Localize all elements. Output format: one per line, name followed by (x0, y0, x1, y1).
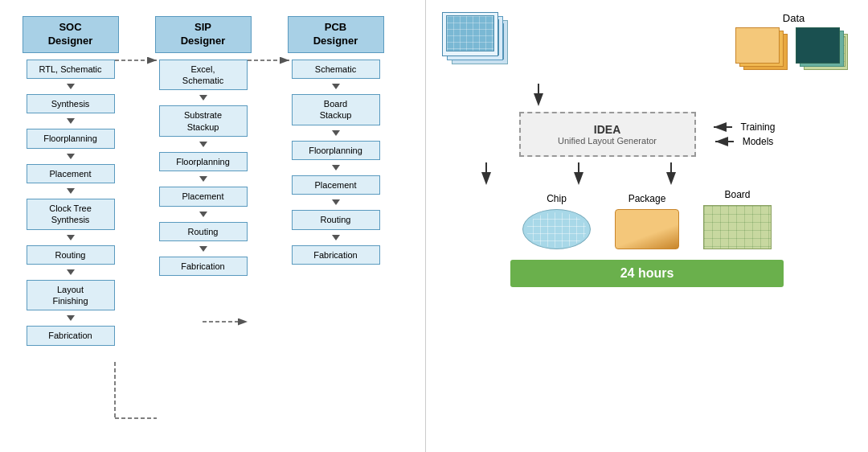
sip-step-placement: Placement (159, 187, 248, 206)
training-row: Training (712, 121, 776, 133)
arrow-down-icon (67, 269, 75, 275)
arrow-down-icon (67, 235, 75, 240)
arrow-down-icon (332, 165, 340, 171)
board-label: Board (724, 189, 750, 200)
green-stack (796, 27, 852, 80)
soc-designer-col: SOCDesigner RTL, Schematic Synthesis Flo… (4, 16, 137, 351)
sip-step-routing: Routing (159, 222, 248, 241)
sip-header: SIPDesigner (155, 16, 252, 53)
flow-columns: SOCDesigner RTL, Schematic Synthesis Flo… (4, 8, 421, 351)
pcb-step-fabrication: Fabrication (292, 245, 380, 265)
arrow-down-icon (332, 235, 340, 240)
arrow-down-icon (199, 246, 207, 252)
chip-visual (522, 209, 591, 249)
chip-designs-stack (442, 12, 510, 68)
chip-sheet-1 (442, 12, 498, 56)
arrow-down-icon (199, 142, 207, 147)
idea-title: IDEA (537, 123, 678, 136)
pcb-step-floorplan: Floorplanning (292, 141, 380, 160)
idea-subtitle: Unified Layout Generator (537, 136, 678, 146)
outputs-row: Chip Package Board (522, 189, 772, 249)
soc-step-floorplan: Floorplanning (27, 129, 115, 148)
board-visual (703, 205, 772, 249)
soc-header: SOCDesigner (23, 16, 119, 53)
soc-step-routing: Routing (27, 245, 115, 265)
soc-step-cts: Clock TreeSynthesis (27, 199, 115, 230)
sip-designer-col: SIPDesigner Excel,Schematic SubstrateSta… (137, 16, 269, 351)
data-label: Data (783, 12, 805, 24)
idea-down-arrow (442, 161, 852, 185)
arrow-down-icon (332, 84, 340, 89)
soc-step-layout: LayoutFinishing (27, 280, 115, 311)
sip-steps: Excel,Schematic SubstrateStackup Floorpl… (159, 60, 248, 281)
idea-arrows-svg (442, 161, 852, 185)
pcb-steps: Schematic BoardStackup Floorplanning Pla… (292, 60, 380, 269)
left-panel: SOCDesigner RTL, Schematic Synthesis Flo… (0, 0, 426, 452)
soc-step-synthesis: Synthesis (27, 94, 115, 113)
board-output: Board (703, 189, 772, 249)
idea-box: IDEA Unified Layout Generator (519, 112, 696, 157)
models-label: Models (743, 136, 774, 147)
arrow-down-icon (67, 188, 75, 194)
package-visual (615, 209, 679, 249)
top-arrows-svg (442, 84, 852, 108)
arrow-down-icon (67, 118, 75, 124)
data-right-section: Data (735, 12, 852, 80)
soc-step-fabrication: Fabrication (27, 326, 115, 345)
soc-steps: RTL, Schematic Synthesis Floorplanning P… (27, 60, 115, 351)
arrow-down-icon (199, 212, 207, 217)
pcb-step-routing: Routing (292, 210, 380, 229)
pcb-step-stackup: BoardStackup (292, 94, 380, 125)
models-arrow-svg (714, 136, 738, 147)
arrow-down-icon (332, 199, 340, 205)
pcb-step-placement: Placement (292, 175, 380, 195)
arrow-down-icon (67, 154, 75, 159)
chip-label: Chip (547, 193, 567, 204)
sip-step-fabrication: Fabrication (159, 257, 248, 276)
package-output: Package (615, 193, 679, 249)
hours-label: 24 hours (620, 266, 674, 280)
training-label: Training (741, 121, 776, 133)
arrow-down-icon (332, 130, 340, 136)
pcb-step-schematic: Schematic (292, 60, 380, 79)
arrow-section-top (442, 84, 852, 108)
soc-step-rtl: RTL, Schematic (27, 60, 115, 79)
chip-grid-visual (526, 212, 587, 248)
arrow-down-icon (67, 84, 75, 89)
data-stacks (735, 27, 852, 80)
idea-training-row: IDEA Unified Layout Generator Training (442, 108, 852, 161)
arrow-down-icon (199, 176, 207, 182)
sip-step-stackup: SubstrateStackup (159, 105, 248, 137)
data-area: Data (442, 12, 852, 80)
hours-bar: 24 hours (510, 260, 784, 287)
training-arrow-svg (712, 121, 736, 133)
arrow-down-icon (199, 95, 207, 101)
right-panel: Data (426, 0, 868, 452)
soc-step-placement: Placement (27, 164, 115, 183)
pcb-header: PCBDesigner (288, 16, 384, 53)
training-section: Training Models (712, 121, 776, 147)
package-label: Package (628, 193, 666, 204)
sip-step-excel: Excel,Schematic (159, 60, 248, 91)
models-row: Models (714, 136, 774, 147)
data-left (442, 12, 510, 68)
orange-stack (735, 27, 792, 80)
arrow-down-icon (67, 315, 75, 321)
orange-sheet-1 (735, 27, 780, 64)
sip-step-floorplan: Floorplanning (159, 152, 248, 171)
green-sheet-1 (796, 27, 840, 64)
chip-output: Chip (522, 193, 591, 249)
pcb-designer-col: PCBDesigner Schematic BoardStackup Floor… (269, 16, 402, 351)
